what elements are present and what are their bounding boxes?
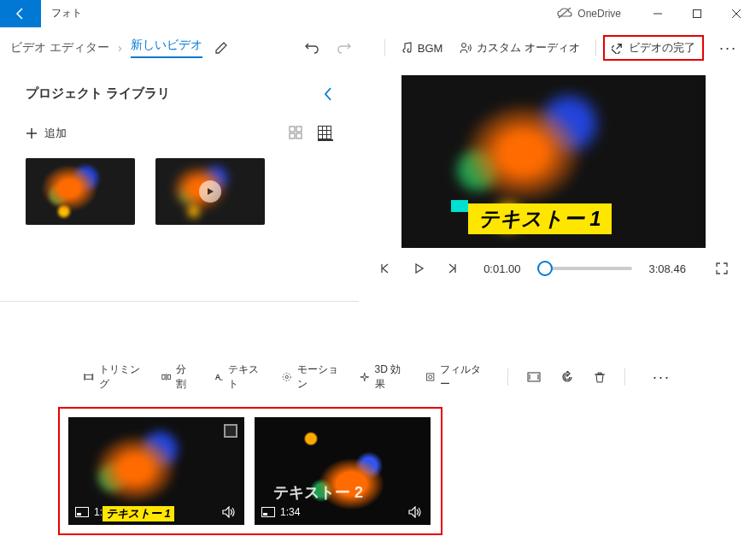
play-button[interactable] [410, 260, 427, 277]
clip-text-overlay: テキストー 2 [273, 482, 363, 503]
titlebar: フォト OneDrive [0, 0, 756, 27]
slider-thumb[interactable] [537, 261, 553, 276]
svg-rect-21 [167, 375, 170, 380]
svg-rect-27 [426, 374, 433, 380]
back-button[interactable] [0, 0, 41, 27]
library-collapse-button[interactable] [323, 86, 333, 102]
svg-rect-31 [77, 513, 81, 515]
svg-point-5 [462, 44, 466, 48]
delete-button[interactable] [587, 368, 612, 386]
text-button[interactable]: A テキスト [207, 359, 269, 395]
edit-more-button[interactable]: ··· [644, 368, 679, 386]
speaker-icon [222, 506, 236, 518]
breadcrumb-root[interactable]: ビデオ エディター [10, 40, 109, 56]
prev-frame-button[interactable] [376, 260, 393, 277]
playback-controls: 0:01.00 3:08.46 [376, 260, 730, 277]
sparkle-icon [360, 371, 369, 383]
timeline-highlighted: 1:34 テキストー 1 テキストー 2 1:34 [58, 407, 442, 535]
svg-point-25 [285, 375, 288, 378]
svg-rect-33 [263, 513, 267, 515]
custom-audio-button[interactable]: カスタム オーディオ [451, 35, 589, 61]
video-preview[interactable]: テキストー 1 [401, 75, 706, 248]
more-button[interactable]: ··· [711, 39, 746, 57]
export-icon [612, 42, 624, 54]
add-media-button[interactable]: 追加 [26, 126, 67, 141]
svg-point-28 [428, 375, 431, 379]
total-time: 3:08.46 [649, 262, 686, 275]
card-icon [75, 507, 89, 517]
finish-video-button[interactable]: ビデオの完了 [603, 35, 704, 61]
aspect-icon [527, 371, 541, 383]
redo-icon [337, 40, 352, 56]
aspect-button[interactable] [520, 368, 548, 386]
current-time: 0:01.00 [483, 262, 520, 275]
split-button[interactable]: 分割 [155, 359, 200, 395]
rename-button[interactable] [214, 41, 228, 55]
split-icon [161, 371, 171, 383]
chevron-right-icon: › [118, 41, 122, 55]
preview-text-overlay: テキストー 1 [468, 203, 612, 234]
text-icon: A [214, 371, 223, 383]
project-library-panel: プロジェクト ライブラリ 追加 [0, 68, 359, 325]
filter-button[interactable]: フィルター [419, 359, 489, 395]
grid-3x3-icon [318, 126, 331, 139]
play-icon [199, 180, 221, 203]
seek-slider[interactable] [538, 267, 632, 270]
next-frame-button[interactable] [444, 260, 461, 277]
cloud-off-icon [557, 8, 572, 20]
undo-icon [304, 40, 319, 56]
clip-edit-toolbar: トリミング 分割 A テキスト モーション 3D 効果 フィルター ··· [0, 352, 756, 400]
undo-button[interactable] [304, 40, 319, 56]
svg-point-26 [284, 373, 291, 380]
maximize-button[interactable] [677, 0, 717, 27]
person-audio-icon [460, 42, 472, 54]
library-thumb[interactable] [26, 158, 135, 225]
svg-rect-9 [296, 127, 302, 132]
svg-rect-17 [85, 375, 92, 380]
svg-rect-10 [290, 133, 295, 138]
svg-text:A: A [214, 373, 220, 381]
grid-2x2-icon [289, 126, 302, 139]
app-title: フォト [51, 6, 82, 21]
3d-effects-button[interactable]: 3D 効果 [353, 359, 411, 395]
svg-rect-12 [319, 127, 331, 139]
filter-icon [425, 371, 436, 383]
svg-rect-20 [162, 375, 165, 380]
clip-duration: 1:34 [280, 506, 300, 518]
trim-icon [84, 371, 94, 383]
svg-rect-2 [694, 9, 701, 17]
onedrive-status[interactable]: OneDrive [557, 8, 621, 20]
redo-button[interactable] [337, 40, 352, 56]
trim-button[interactable]: トリミング [77, 359, 148, 395]
minimize-button[interactable] [638, 0, 677, 27]
breadcrumb: ビデオ エディター › 新しいビデオ [10, 38, 202, 58]
motion-icon [282, 371, 292, 383]
chevron-left-icon [323, 86, 333, 102]
card-icon [261, 507, 275, 517]
music-icon [401, 42, 413, 54]
library-thumb[interactable] [155, 158, 265, 225]
timeline-clip[interactable]: 1:34 テキストー 1 [68, 417, 244, 525]
grid-large-view-button[interactable] [289, 126, 304, 141]
bgm-button[interactable]: BGM [392, 37, 452, 60]
fullscreen-button[interactable] [713, 260, 730, 277]
main-toolbar: ビデオ エディター › 新しいビデオ BGM カスタム オーディオ ビデオの完了… [0, 27, 756, 68]
trash-icon [594, 371, 606, 383]
grid-small-view-button[interactable] [318, 126, 333, 141]
speaker-icon [408, 506, 422, 518]
rotate-button[interactable] [554, 368, 580, 386]
close-button[interactable] [717, 0, 756, 27]
breadcrumb-current[interactable]: 新しいビデオ [131, 38, 202, 58]
plus-icon [26, 127, 38, 139]
library-title: プロジェクト ライブラリ [26, 85, 170, 102]
motion-button[interactable]: モーション [275, 359, 346, 395]
rotate-icon [561, 371, 573, 383]
svg-rect-11 [296, 133, 302, 138]
timeline-clip[interactable]: テキストー 2 1:34 [255, 417, 431, 525]
pencil-icon [214, 41, 228, 55]
preview-panel: テキストー 1 0:01.00 3:08.46 [359, 68, 756, 325]
clip-checkbox[interactable] [224, 424, 237, 438]
svg-rect-8 [290, 127, 295, 132]
timeline: 1:34 テキストー 1 テキストー 2 1:34 保存時に結合され1つの動画と… [0, 400, 756, 542]
clip-text-overlay: テキストー 1 [103, 506, 174, 521]
